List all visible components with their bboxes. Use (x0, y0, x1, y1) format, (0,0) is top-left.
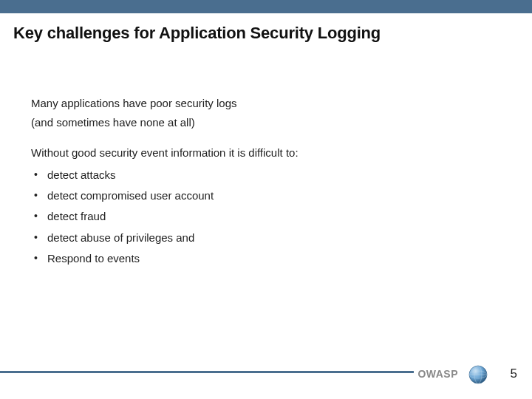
content-block: Many applications have poor security log… (31, 96, 502, 269)
paragraph-2: (and sometimes have none at all) (31, 115, 502, 130)
bullet-list: detect attacks detect compromised user a… (31, 165, 502, 269)
paragraph-1: Many applications have poor security log… (31, 96, 502, 111)
brand-label: OWASP (417, 368, 458, 380)
list-item: Respond to events (31, 248, 502, 269)
list-item: detect abuse of privileges and (31, 228, 502, 248)
list-item: detect fraud (31, 206, 502, 227)
slide-title: Key challenges for Application Security … (13, 24, 519, 43)
top-accent-bar (0, 0, 532, 13)
footer-accent-line (0, 371, 414, 373)
list-item: detect attacks (31, 165, 502, 185)
list-item: detect compromised user account (31, 185, 502, 206)
page-number: 5 (511, 366, 517, 381)
globe-icon (468, 365, 488, 384)
lead-in: Without good security event information … (31, 146, 502, 160)
